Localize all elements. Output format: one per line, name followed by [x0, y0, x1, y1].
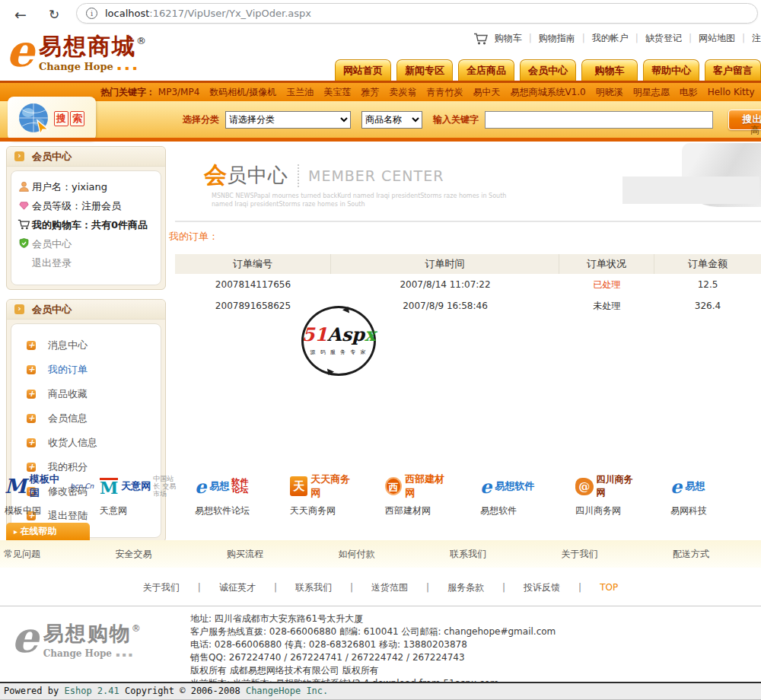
diamond-icon	[18, 201, 30, 212]
nav-tab[interactable]: 客户留言	[705, 59, 761, 81]
hot-keyword-link[interactable]: 数码相机/摄像机	[209, 87, 276, 97]
nav-tab[interactable]: 会员中心	[520, 59, 576, 81]
field-select[interactable]: 商品名称	[361, 111, 422, 129]
category-select[interactable]: 请选择分类	[225, 111, 351, 129]
partner-logo-mark: 西	[385, 477, 402, 495]
online-help-tab[interactable]: 在线帮助	[6, 523, 90, 540]
banner-overlay-box	[622, 177, 759, 204]
order-time: 2007/8/14 11:07:22	[331, 274, 559, 295]
back-button[interactable]: ←	[11, 5, 30, 24]
footer-nav-link[interactable]: 诚征英才	[180, 582, 256, 593]
banner-title-en: MEMBER CENTER	[308, 167, 444, 184]
logout-link[interactable]: 退出登录	[18, 256, 154, 270]
site-header: e 易想商城® Change Hope 购物车购物指南我的帐户缺货登记网站地图注…	[0, 27, 761, 81]
nav-tab[interactable]: 帮助中心	[643, 59, 699, 81]
member-menu-item[interactable]: 消息中心	[18, 333, 154, 358]
footer-address-line: 版权所有 成都易想网络技术有限公司 版权所有	[190, 664, 556, 677]
profile-username: 用户名：yixiang	[18, 180, 154, 194]
nav-tab[interactable]: 全店商品	[458, 59, 514, 81]
partner-logo-name: 易想软件	[495, 479, 534, 493]
top-link[interactable]: 我的帐户	[575, 32, 629, 45]
category-label: 选择分类	[183, 113, 219, 126]
hot-keyword-link[interactable]: 玉兰油	[286, 87, 314, 97]
member-menu-item[interactable]: 我的订单	[18, 358, 154, 382]
member-menu-item[interactable]: 商品收藏	[18, 382, 154, 406]
refresh-button[interactable]: ↻	[44, 5, 64, 24]
member-menu-item[interactable]: 会员信息	[18, 406, 154, 431]
footer-logo-e-icon: e	[11, 616, 39, 658]
hot-keyword-link[interactable]: 明晓溪	[596, 87, 623, 97]
hot-keyword-link[interactable]: 易想商城系统V1.0	[510, 87, 585, 97]
top-link[interactable]: 购物指南	[522, 32, 575, 45]
footer-logo-title: 易想购物	[43, 622, 132, 645]
browser-toolbar: ← ↻ i localhost:16217/VipUser/Yx_VipOder…	[0, 0, 761, 27]
nav-tab[interactable]: 购物车	[581, 59, 638, 81]
footer-nav-link[interactable]: TOP	[560, 582, 618, 593]
help-link[interactable]: 关于我们	[562, 540, 598, 568]
hot-keyword-link[interactable]: 美宝莲	[323, 87, 351, 97]
menu-panel-title: 会员中心	[32, 303, 72, 317]
search-input[interactable]	[485, 111, 713, 129]
footer-nav-link[interactable]: 送货范围	[332, 582, 408, 593]
order-amount: 326.4	[654, 295, 761, 317]
partner-link[interactable]: 天 天天商务网 天天商务网	[285, 468, 380, 521]
logo-e-icon: e	[6, 29, 34, 73]
hot-keyword-link[interactable]: MP3/MP4	[158, 87, 200, 97]
nav-tab[interactable]: 网站首页	[335, 59, 391, 81]
banner-title-cn: 员中心	[227, 162, 288, 189]
hot-keyword-link[interactable]: 卖炭翁	[389, 87, 416, 97]
help-link[interactable]: 常见问题	[4, 540, 40, 568]
top-link[interactable]: 网站地图	[682, 32, 735, 45]
partner-link[interactable]: M 天意网 中国站长 交易市场 天意网	[95, 468, 190, 521]
footer-address-line: 电话: 028-66006880 传真: 028-68326801 移动: 13…	[190, 638, 556, 651]
powered-text-segment: Powered by	[4, 686, 64, 696]
order-row: 2007891658625 2007/8/9 16:58:46 未处理 326.…	[175, 295, 761, 317]
url-text: localhost:16217/VipUser/Yx_VipOder.aspx	[105, 8, 311, 19]
footer-nav-link[interactable]: 关于我们	[143, 582, 180, 593]
member-center-link[interactable]: 会员中心	[18, 237, 154, 251]
partner-link[interactable]: e 易想软件 易想软件	[476, 468, 571, 521]
top-link[interactable]: 注册	[735, 32, 761, 45]
hot-keywords-label: 热门关键字：	[100, 87, 155, 97]
hot-keyword-link[interactable]: 青青竹炭	[426, 87, 463, 97]
site-logo[interactable]: e 易想商城® Change Hope	[6, 29, 146, 73]
hot-keyword-link[interactable]: 雅芳	[361, 87, 379, 97]
footer-nav-link[interactable]: 联系我们	[256, 582, 332, 593]
partner-label: 易想软件论坛	[195, 504, 285, 517]
hot-keyword-link[interactable]: Hello Kitty	[708, 87, 755, 97]
footer-address-block: 地址: 四川省成都市大安东路61号太升大厦客户服务热线直拨: 028-66006…	[190, 612, 556, 690]
page-info-icon[interactable]: i	[86, 8, 97, 19]
registered-mark: ®	[136, 35, 146, 46]
advanced-search-link[interactable]: 高	[750, 124, 759, 137]
footer: e 易想购物® Change Hope 地址: 四川省成都市大安东路61号太升大…	[0, 606, 761, 682]
partner-link[interactable]: @ 四川商务网 四川商务网	[571, 468, 666, 521]
footer-nav-link[interactable]: 投诉反馈	[484, 582, 560, 593]
main-content: 会 员中心 MEMBER CENTER MSNBC NEWSPapal mour…	[169, 149, 761, 317]
partner-label: 西部建材网	[385, 504, 476, 517]
address-bar[interactable]: i localhost:16217/VipUser/Yx_VipOder.asp…	[76, 3, 758, 24]
help-link[interactable]: 配送方式	[673, 540, 709, 568]
nav-tab[interactable]: 新闻专区	[396, 59, 453, 81]
partner-logo-name: 天天商务网	[310, 473, 355, 500]
top-link[interactable]: 缺货登记	[629, 32, 682, 45]
partner-logo-sub: bcn.Cn	[70, 482, 95, 490]
banner-tagline: MSNBC NEWSPapal mournes turned backKurd …	[212, 192, 531, 208]
partner-link[interactable]: M 模板中国 bcn.Cn 模板中国	[0, 468, 95, 521]
help-link[interactable]: 如何付款	[339, 540, 375, 568]
member-menu-item[interactable]: 收货人信息	[18, 431, 154, 455]
footer-logo-slogan: Change Hope	[43, 648, 141, 659]
partner-link[interactable]: 西 西部建材网 西部建材网	[380, 468, 476, 521]
help-link[interactable]: 安全交易	[116, 540, 152, 568]
hot-keyword-link[interactable]: 明星志愿	[633, 87, 670, 97]
orders-table-header: 订单编号订单时间订单状况订单金额	[175, 254, 761, 274]
partner-label: 易网科技	[670, 504, 761, 517]
hot-keyword-link[interactable]: 电影	[680, 87, 698, 97]
partner-link[interactable]: e 易想 软件 论坛 易想软件论坛	[190, 468, 285, 521]
help-link[interactable]: 购买流程	[227, 540, 263, 568]
hot-keyword-link[interactable]: 易中天	[473, 87, 500, 97]
top-link[interactable]: 购物车	[495, 32, 522, 45]
partner-link[interactable]: e 易想 易网科技	[666, 468, 761, 521]
help-link[interactable]: 联系我们	[450, 540, 486, 568]
search-divider	[0, 138, 761, 142]
footer-nav-link[interactable]: 服务条款	[408, 582, 484, 593]
